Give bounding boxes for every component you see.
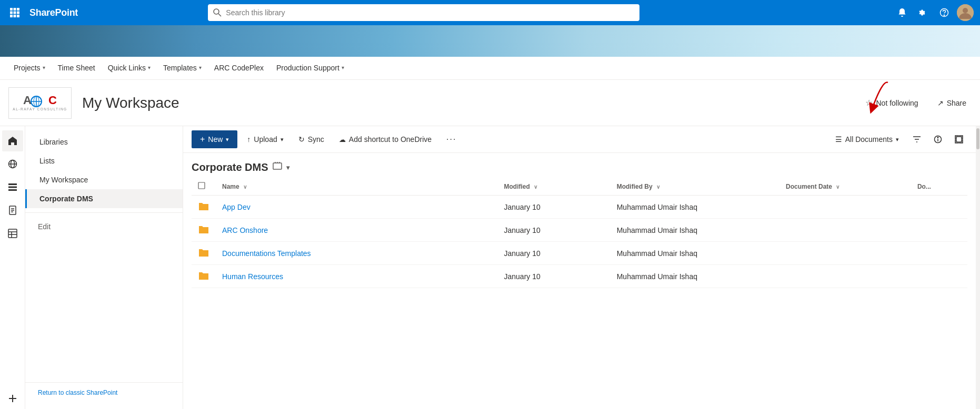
sort-icon: ∨: [534, 184, 537, 190]
ellipsis-icon: ···: [446, 135, 456, 144]
col-header-doc-date[interactable]: Document Date ∨: [779, 178, 911, 196]
col-header-modified[interactable]: Modified ∨: [498, 178, 611, 196]
home-icon[interactable]: [2, 130, 23, 151]
sidebar-bottom: Return to classic SharePoint: [25, 382, 183, 403]
content-area: + New ▾ ↑ Upload ▾ ↻ Sync ☁ Add shortcut…: [183, 126, 976, 409]
sidebar-item-libraries[interactable]: Libraries: [25, 132, 183, 151]
sidebar-item-lists[interactable]: Lists: [25, 151, 183, 170]
row-icon: [192, 265, 216, 288]
notifications-icon[interactable]: [894, 4, 911, 21]
chevron-down-icon: ▾: [148, 65, 151, 70]
svg-rect-22: [8, 183, 17, 185]
col-header-modified-by[interactable]: Modified By ∨: [611, 178, 779, 196]
row-doc-date: [779, 242, 911, 265]
table-row[interactable]: Human Resources January 10 Muhammad Umai…: [192, 265, 967, 288]
row-modified-by: Muhammad Umair Ishaq: [611, 265, 779, 288]
row-extra: [911, 196, 967, 219]
add-shortcut-button[interactable]: ☁ Add shortcut to OneDrive: [334, 132, 437, 147]
svg-rect-6: [10, 15, 13, 17]
row-modified-by: Muhammad Umair Ishaq: [611, 242, 779, 265]
table-row[interactable]: App Dev January 10 Muhammad Umair Ishaq: [192, 196, 967, 219]
row-name[interactable]: ARC Onshore: [216, 219, 498, 242]
search-input[interactable]: [226, 8, 634, 17]
subnav-item-projects[interactable]: Projects ▾: [8, 57, 51, 80]
sub-nav: Projects ▾ Time Sheet Quick Links ▾ Temp…: [0, 57, 980, 80]
star-icon: ☆: [865, 98, 873, 108]
sidebar-divider: [25, 212, 183, 213]
more-button[interactable]: ···: [441, 131, 462, 147]
all-documents-button[interactable]: ☰ All Documents ▾: [830, 132, 904, 147]
sync-button[interactable]: ↻ Sync: [293, 132, 329, 147]
page-icon[interactable]: [2, 200, 23, 221]
table-row[interactable]: ARC Onshore January 10 Muhammad Umair Is…: [192, 219, 967, 242]
row-name[interactable]: Documentations Templates: [216, 242, 498, 265]
new-button[interactable]: + New ▾: [192, 130, 237, 148]
table-icon[interactable]: [2, 223, 23, 244]
top-bar-actions: [894, 4, 974, 21]
svg-rect-0: [10, 8, 13, 11]
settings-icon[interactable]: [915, 4, 932, 21]
left-rail: [0, 126, 25, 409]
library-icon[interactable]: [273, 161, 282, 173]
svg-rect-29: [8, 229, 17, 238]
document-list-title: Corporate DMS ▾: [192, 153, 967, 178]
table-row[interactable]: Documentations Templates January 10 Muha…: [192, 242, 967, 265]
return-classic-link[interactable]: Return to classic SharePoint: [38, 389, 170, 396]
sort-icon: ∨: [656, 184, 660, 190]
subnav-item-production[interactable]: Production Support ▾: [271, 57, 349, 80]
col-header-extra: Do...: [911, 178, 967, 196]
row-modified-by: Muhammad Umair Ishaq: [611, 219, 779, 242]
chevron-down-icon: ▾: [896, 136, 899, 143]
svg-line-10: [218, 14, 221, 16]
row-extra: [911, 242, 967, 265]
svg-rect-38: [273, 163, 282, 169]
filter-icon[interactable]: [908, 131, 925, 148]
list-icon[interactable]: [2, 177, 23, 198]
chevron-down-icon[interactable]: ▾: [286, 164, 289, 171]
site-logo: A C AL-RAFAY CONSULTING: [8, 87, 72, 119]
user-avatar[interactable]: [957, 4, 974, 21]
subnav-item-timesheet[interactable]: Time Sheet: [53, 57, 101, 80]
globe-icon[interactable]: [2, 154, 23, 175]
row-icon: [192, 242, 216, 265]
sort-icon: ∨: [836, 184, 839, 190]
row-doc-date: [779, 196, 911, 219]
subnav-item-codeplex[interactable]: ARC CodePlex: [209, 57, 269, 80]
row-modified: January 10: [498, 196, 611, 219]
row-name[interactable]: Human Resources: [216, 265, 498, 288]
doc-toolbar: + New ▾ ↑ Upload ▾ ↻ Sync ☁ Add shortcut…: [183, 126, 976, 153]
search-box[interactable]: [208, 4, 639, 21]
svg-rect-2: [17, 8, 19, 11]
waffle-icon[interactable]: [6, 4, 23, 21]
svg-point-12: [944, 15, 944, 15]
row-modified: January 10: [498, 265, 611, 288]
scrollbar[interactable]: [976, 126, 980, 409]
add-icon[interactable]: [2, 388, 23, 409]
svg-rect-5: [17, 12, 19, 14]
help-icon[interactable]: [936, 4, 953, 21]
svg-rect-23: [8, 187, 17, 188]
upload-button[interactable]: ↑ Upload ▾: [242, 132, 288, 147]
sidebar-item-my-workspace[interactable]: My Workspace: [25, 170, 183, 189]
row-extra: [911, 265, 967, 288]
row-modified: January 10: [498, 242, 611, 265]
row-name[interactable]: App Dev: [216, 196, 498, 219]
row-doc-date: [779, 219, 911, 242]
not-following-button[interactable]: ☆ Not following: [860, 95, 923, 111]
sidebar-item-corporate-dms[interactable]: Corporate DMS: [25, 189, 183, 208]
info-icon[interactable]: [929, 131, 946, 148]
row-modified-by: Muhammad Umair Ishaq: [611, 196, 779, 219]
share-button[interactable]: ↗ Share: [932, 96, 972, 110]
row-modified: January 10: [498, 219, 611, 242]
col-header-name[interactable]: Name ∨: [216, 178, 498, 196]
scroll-thumb[interactable]: [976, 128, 979, 149]
plus-icon: +: [200, 135, 205, 144]
document-list: Corporate DMS ▾: [183, 153, 976, 409]
expand-icon[interactable]: [951, 131, 967, 148]
sidebar-edit[interactable]: Edit: [25, 217, 183, 236]
subnav-item-templates[interactable]: Templates ▾: [158, 57, 207, 80]
svg-point-9: [214, 9, 219, 14]
row-doc-date: [779, 265, 911, 288]
subnav-item-quicklinks[interactable]: Quick Links ▾: [103, 57, 156, 80]
row-extra: [911, 219, 967, 242]
